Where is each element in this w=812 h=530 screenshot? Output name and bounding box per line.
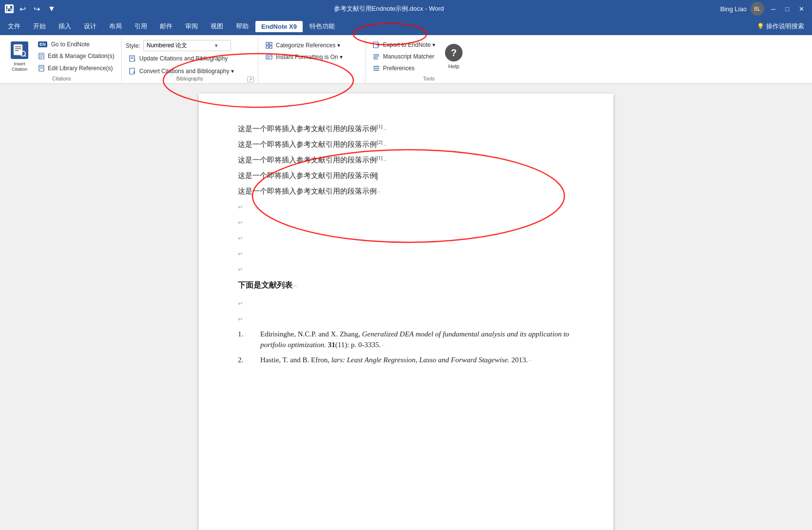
- edit-manage-citations-label: Edit & Manage Citation(s): [48, 53, 115, 59]
- ref-1-num: 1.: [238, 329, 252, 351]
- insert-citation-icon: [11, 41, 28, 59]
- svg-rect-1: [7, 6, 10, 8]
- manuscript-matcher-button[interactable]: Manuscript Matcher: [369, 51, 438, 62]
- edit-library-icon: [38, 64, 46, 72]
- citation-2: [2]: [377, 139, 383, 145]
- paragraph-2: 这是一个即将插入参考文献引用的段落示例[2]←: [238, 138, 574, 150]
- ref-2-text: Hastie, T. and B. Efron, lars: Least Ang…: [260, 354, 533, 366]
- citations-group-label: Citations: [2, 76, 121, 81]
- categorize-references-button[interactable]: Categorize References ▾: [262, 40, 346, 51]
- blank-para-2: ↵: [238, 216, 574, 228]
- tools-group: Export to EndNote ▾ Manuscript Matcher P…: [366, 37, 492, 83]
- blank-para-5: ↵: [238, 263, 574, 275]
- menu-endnote[interactable]: EndNote X9: [255, 21, 303, 32]
- citations-group: InsertCitation EN Go to EndNote Edit & M…: [2, 37, 122, 83]
- blank-para-4: ↵: [238, 248, 574, 259]
- menu-review[interactable]: 审阅: [179, 20, 204, 33]
- restore-button[interactable]: □: [782, 4, 792, 14]
- edit-manage-citations-button[interactable]: Edit & Manage Citation(s): [35, 51, 117, 61]
- bibliography-group-content: Style: Numbered 论文 ▼ Update Citations an…: [126, 39, 237, 77]
- menu-layout[interactable]: 布局: [103, 20, 128, 33]
- style-value: Numbered 论文: [147, 41, 187, 50]
- menu-view[interactable]: 视图: [205, 20, 229, 33]
- section-heading: 下面是文献列表←: [238, 279, 574, 292]
- ribbon: InsertCitation EN Go to EndNote Edit & M…: [0, 35, 812, 84]
- blank-para-3: ↵: [238, 232, 574, 244]
- text-cursor: [377, 173, 377, 180]
- save-icon[interactable]: [5, 4, 14, 13]
- tools-group-label: Tools: [366, 76, 492, 81]
- bibliography-group-label: Bibliography: [122, 76, 258, 81]
- document-title: 参考文献引用Endnote示例.docx - Word: [334, 4, 444, 13]
- convert-citations-button[interactable]: Convert Citations and Bibliography ▾: [126, 66, 237, 77]
- style-label: Style:: [126, 42, 140, 49]
- instant-formatting-button[interactable]: Instant Formatting is On ▾: [262, 52, 346, 62]
- reference-1: 1. Edirisinghe, N.C.P. and X. Zhang, Gen…: [238, 329, 574, 351]
- citations-group-content: InsertCitation EN Go to EndNote Edit & M…: [6, 39, 117, 75]
- document-area: 这是一个即将插入参考文献引用的段落示例[1]← 这是一个即将插入参考文献引用的段…: [0, 84, 812, 530]
- convert-icon: [129, 67, 136, 75]
- quick-access-dropdown[interactable]: ▼: [46, 3, 58, 14]
- citation-3: [1]: [377, 155, 383, 160]
- style-dropdown[interactable]: Numbered 论文 ▼: [143, 40, 231, 51]
- go-to-endnote-button[interactable]: EN Go to EndNote: [35, 39, 117, 49]
- close-button[interactable]: ✕: [796, 4, 807, 14]
- en-badge: EN: [38, 41, 47, 47]
- categorize-icon: [265, 41, 273, 49]
- preferences-button[interactable]: Preferences: [369, 63, 438, 74]
- go-to-endnote-label: Go to EndNote: [51, 41, 90, 48]
- update-icon: [129, 55, 136, 62]
- para-3-text: 这是一个即将插入参考文献引用的段落示例: [238, 156, 377, 164]
- edit-library-reference-button[interactable]: Edit Library Reference(s): [35, 63, 117, 74]
- tools-list: Export to EndNote ▾ Manuscript Matcher P…: [369, 39, 438, 74]
- svg-rect-4: [14, 44, 22, 55]
- para-4-text: 这是一个即将插入参考文献引用的段落示例: [238, 172, 377, 179]
- username: Bing Liao: [720, 5, 747, 13]
- edit-library-label: Edit Library Reference(s): [48, 65, 113, 72]
- tools-group-content: Export to EndNote ▾ Manuscript Matcher P…: [369, 39, 467, 74]
- svg-rect-25: [266, 55, 272, 59]
- ref-2-num: 2.: [238, 354, 252, 366]
- categorize-references-label: Categorize References ▾: [276, 42, 340, 49]
- ref-1-text: Edirisinghe, N.C.P. and X. Zhang, Genera…: [260, 329, 574, 351]
- menu-search[interactable]: 💡 操作说明搜索: [751, 20, 810, 33]
- svg-rect-22: [270, 42, 272, 45]
- title-bar-left: ↩ ↪ ▼: [5, 3, 58, 15]
- para-5-text: 这是一个即将插入参考文献引用的段落示例: [238, 187, 377, 195]
- paragraph-1: 这是一个即将插入参考文献引用的段落示例[1]←: [238, 123, 574, 135]
- export-to-endnote-button[interactable]: Export to EndNote ▾: [369, 39, 438, 50]
- instant-formatting-label: Instant Formatting is On ▾: [276, 54, 343, 60]
- para-2-text: 这是一个即将插入参考文献引用的段落示例: [238, 140, 377, 148]
- update-citations-label: Update Citations and Bibliography: [139, 55, 228, 62]
- citation-1: [1]: [377, 124, 383, 129]
- cat-group-content: Categorize References ▾ Instant Formatti…: [262, 39, 346, 62]
- menu-file[interactable]: 文件: [2, 20, 26, 33]
- redo-button[interactable]: ↪: [32, 3, 42, 15]
- menu-insert[interactable]: 插入: [53, 20, 77, 33]
- blank-para-6: ↵: [238, 297, 574, 309]
- svg-rect-3: [8, 9, 11, 11]
- para-1-text: 这是一个即将插入参考文献引用的段落示例: [238, 125, 377, 133]
- menu-start[interactable]: 开始: [27, 20, 52, 33]
- help-button[interactable]: ? Help: [440, 39, 467, 74]
- svg-rect-23: [266, 46, 269, 48]
- menu-help[interactable]: 帮助: [230, 20, 254, 33]
- paragraph-3: 这是一个即将插入参考文献引用的段落示例[1]←: [238, 154, 574, 166]
- user-avatar[interactable]: BL: [751, 2, 764, 16]
- paragraph-4: 这是一个即将插入参考文献引用的段落示例: [238, 170, 574, 181]
- menu-mail[interactable]: 邮件: [154, 20, 178, 33]
- menu-reference[interactable]: 引用: [129, 20, 153, 33]
- insert-citation-button[interactable]: InsertCitation: [6, 39, 33, 74]
- menu-special[interactable]: 特色功能: [304, 20, 341, 33]
- update-citations-button[interactable]: Update Citations and Bibliography: [126, 53, 237, 64]
- edit-citations-icon: [38, 52, 46, 60]
- help-label: Help: [448, 63, 460, 69]
- blank-para-7: ↵: [238, 313, 574, 325]
- export-to-endnote-label: Export to EndNote ▾: [383, 41, 435, 48]
- svg-rect-24: [270, 46, 272, 48]
- svg-rect-21: [266, 42, 269, 45]
- undo-button[interactable]: ↩: [18, 3, 28, 15]
- menu-design[interactable]: 设计: [78, 20, 102, 33]
- manuscript-matcher-label: Manuscript Matcher: [383, 53, 434, 60]
- minimize-button[interactable]: ─: [768, 4, 778, 14]
